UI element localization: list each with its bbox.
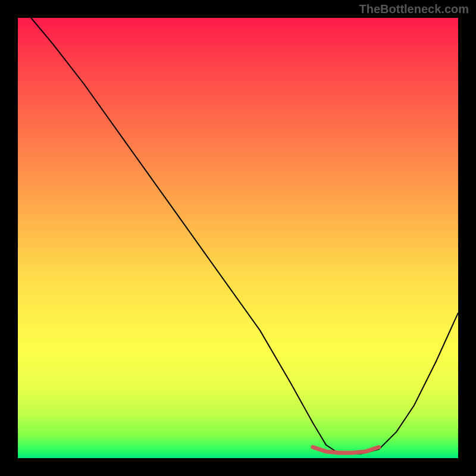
chart-svg [18,18,458,458]
watermark-text: TheBottleneck.com [359,2,469,16]
plot-area [18,18,458,458]
highlight-segment [313,447,379,453]
main-curve [31,18,458,454]
